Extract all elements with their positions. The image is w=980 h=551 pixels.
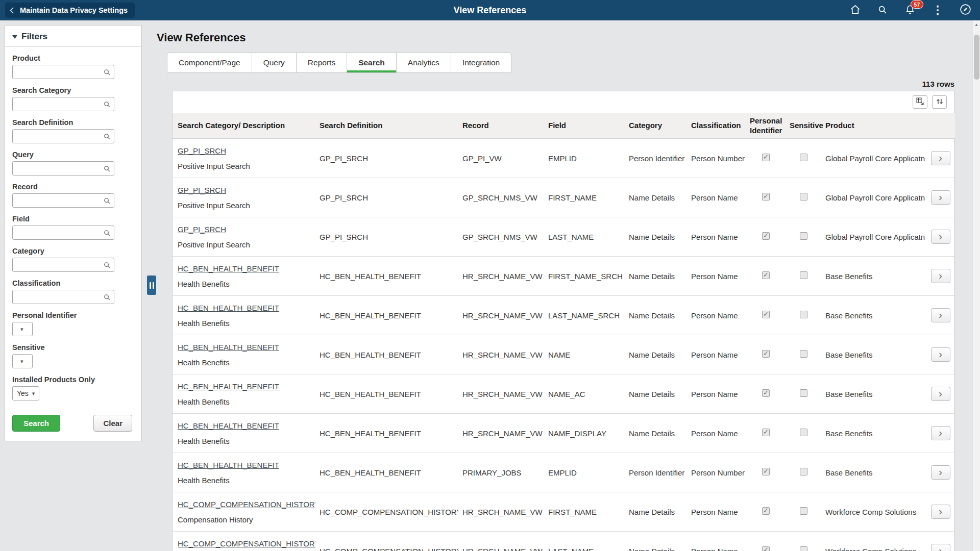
filter-text-input[interactable] (13, 97, 103, 111)
search-category-link[interactable]: HC_BEN_HEALTH_BENEFIT (178, 382, 279, 391)
filters-clear-button[interactable]: Clear (93, 415, 132, 432)
category-description-cell: HC_COMP_COMPENSATION_HISTORY Compensatio… (173, 492, 315, 532)
back-button[interactable]: Maintain Data Privacy Settings (5, 3, 135, 18)
filter-label: Query (12, 151, 134, 159)
vertical-scrollbar[interactable]: ▲ (972, 20, 980, 551)
home-button[interactable] (847, 3, 863, 18)
search-category-link[interactable]: HC_BEN_HEALTH_BENEFIT (178, 461, 279, 469)
product-cell: Workforce Comp Solutions (821, 532, 926, 551)
row-actions-cell (926, 492, 955, 532)
col-header: Category (625, 113, 687, 139)
filter-dropdown[interactable]: Yes (12, 386, 39, 400)
category-cell: Name Details (625, 217, 687, 257)
lookup-search-icon[interactable] (103, 133, 111, 140)
lookup-search-icon[interactable] (103, 68, 111, 76)
field-cell: LAST_NAME (544, 532, 625, 551)
row-detail-button[interactable] (931, 544, 950, 551)
search-category-link[interactable]: GP_PI_SRCH (178, 225, 226, 234)
personal-identifier-checkbox (762, 507, 770, 515)
field-cell: FIRST_NAME (544, 178, 625, 217)
global-search-button[interactable] (875, 3, 890, 18)
sidebar-collapse-handle[interactable] (147, 276, 156, 295)
tab[interactable]: Integration (451, 53, 511, 73)
tab-label: Analytics (408, 58, 439, 67)
col-header: Product (821, 113, 926, 139)
search-category-link[interactable]: HC_BEN_HEALTH_BENEFIT (178, 343, 279, 352)
product-cell: Global Payroll Core Applicatn (821, 139, 926, 178)
personal-identifier-cell (746, 178, 786, 217)
export-grid-button[interactable] (913, 95, 927, 109)
row-detail-button[interactable] (931, 151, 950, 165)
row-detail-button[interactable] (931, 465, 950, 480)
search-category-link[interactable]: HC_BEN_HEALTH_BENEFIT (178, 264, 279, 273)
filter-label: Search Category (12, 86, 134, 94)
row-detail-button[interactable] (931, 230, 950, 244)
table-row: HC_BEN_HEALTH_BENEFIT Health Benefits HC… (173, 335, 955, 374)
search-category-link[interactable]: HC_BEN_HEALTH_BENEFIT (178, 421, 279, 430)
filters-panel: Filters Product Search Category (5, 25, 142, 441)
field-cell: FIRST_NAME (544, 492, 625, 532)
filter-field-group: Search Category (12, 86, 134, 111)
filter-dropdown[interactable] (12, 354, 33, 368)
sort-button[interactable] (932, 95, 947, 109)
lookup-search-icon[interactable] (103, 101, 111, 108)
product-cell: Base Benefits (821, 453, 926, 492)
search-category-link[interactable]: GP_PI_SRCH (178, 146, 226, 155)
row-detail-button[interactable] (931, 190, 950, 205)
home-icon (849, 4, 861, 17)
sensitive-checkbox (800, 389, 807, 397)
tab[interactable]: Search (347, 53, 397, 73)
lookup-search-icon[interactable] (103, 293, 111, 301)
search-category-link[interactable]: HC_COMP_COMPENSATION_HISTORY (178, 539, 315, 548)
overflow-menu-button[interactable]: ⋮ (930, 3, 945, 18)
sensitive-cell (786, 217, 821, 257)
row-detail-button[interactable] (931, 347, 950, 362)
filter-text-input[interactable] (13, 194, 103, 207)
lookup-search-icon[interactable] (103, 197, 111, 205)
search-category-link[interactable]: HC_COMP_COMPENSATION_HISTORY (178, 500, 315, 509)
tab[interactable]: Reports (296, 53, 347, 73)
row-detail-button[interactable] (931, 505, 950, 519)
filter-label: Search Definition (12, 118, 134, 127)
search-category-link[interactable]: HC_BEN_HEALTH_BENEFIT (178, 304, 279, 312)
sensitive-checkbox (800, 154, 807, 161)
filters-title: Filters (21, 32, 47, 42)
row-actions-cell (926, 374, 955, 414)
product-cell: Base Benefits (821, 374, 926, 414)
filter-dropdown[interactable] (12, 322, 33, 336)
filters-collapse-icon[interactable] (12, 35, 17, 39)
navbar-button[interactable] (958, 3, 973, 18)
field-cell: NAME (544, 335, 625, 374)
lookup-search-icon[interactable] (103, 165, 111, 172)
row-detail-button[interactable] (931, 426, 950, 440)
filter-text-input[interactable] (13, 65, 103, 79)
category-description: Health Benefits (178, 397, 311, 406)
lookup-search-icon[interactable] (103, 229, 111, 237)
tab-label: Search (358, 58, 385, 67)
tab[interactable]: Component/Page (167, 53, 252, 73)
tab[interactable]: Analytics (396, 53, 451, 73)
filter-buttons-row: Search Clear (12, 415, 134, 432)
scroll-up-arrow[interactable]: ▲ (973, 20, 980, 29)
personal-identifier-cell (746, 296, 786, 335)
category-description: Health Benefits (178, 319, 311, 328)
row-detail-button[interactable] (931, 387, 950, 401)
tab[interactable]: Query (252, 53, 297, 73)
record-cell: HR_SRCH_NAME_VW (458, 257, 544, 296)
search-definition-cell: HC_BEN_HEALTH_BENEFIT (315, 453, 458, 492)
filter-search-box (12, 161, 114, 176)
filter-text-input[interactable] (13, 130, 103, 143)
filter-text-input[interactable] (13, 226, 103, 239)
lookup-search-icon[interactable] (103, 261, 111, 269)
filter-text-input[interactable] (13, 162, 103, 175)
row-detail-button[interactable] (931, 308, 950, 322)
scrollbar-thumb[interactable] (974, 35, 979, 80)
filter-text-input[interactable] (13, 258, 103, 271)
filter-text-input[interactable] (13, 290, 103, 304)
filters-search-button[interactable]: Search (12, 415, 60, 432)
row-detail-button[interactable] (931, 269, 950, 283)
search-category-link[interactable]: GP_PI_SRCH (178, 186, 226, 194)
personal-identifier-cell (746, 139, 786, 178)
notifications-button[interactable]: 57 (902, 3, 918, 18)
personal-identifier-checkbox (762, 271, 770, 279)
